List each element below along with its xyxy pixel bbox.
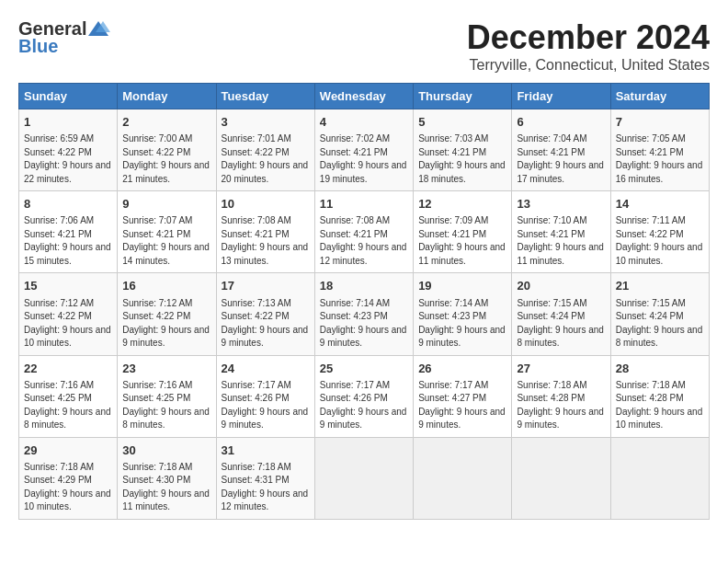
day-info: Sunrise: 7:14 AMSunset: 4:23 PMDaylight:… [320, 297, 408, 350]
calendar-cell: 30Sunrise: 7:18 AMSunset: 4:30 PMDayligh… [118, 437, 216, 519]
day-number: 29 [24, 442, 112, 459]
page-header: General Blue December 2024 Terryville, C… [18, 18, 710, 74]
calendar-cell: 4Sunrise: 7:02 AMSunset: 4:21 PMDaylight… [314, 109, 413, 191]
calendar-cell: 1Sunrise: 6:59 AMSunset: 4:22 PMDaylight… [19, 109, 118, 191]
day-info: Sunrise: 7:18 AMSunset: 4:29 PMDaylight:… [24, 461, 112, 514]
calendar-week-2: 8Sunrise: 7:06 AMSunset: 4:21 PMDaylight… [19, 191, 710, 273]
calendar-cell: 7Sunrise: 7:05 AMSunset: 4:21 PMDaylight… [610, 109, 709, 191]
day-info: Sunrise: 7:13 AMSunset: 4:22 PMDaylight:… [222, 297, 310, 350]
day-info: Sunrise: 7:17 AMSunset: 4:26 PMDaylight:… [320, 379, 408, 432]
calendar-week-3: 15Sunrise: 7:12 AMSunset: 4:22 PMDayligh… [19, 273, 710, 355]
day-number: 25 [320, 361, 408, 377]
day-info: Sunrise: 7:16 AMSunset: 4:25 PMDaylight:… [24, 379, 112, 432]
weekday-header-wednesday: Wednesday [314, 84, 413, 109]
day-info: Sunrise: 7:17 AMSunset: 4:27 PMDaylight:… [418, 379, 506, 432]
day-info: Sunrise: 7:18 AMSunset: 4:28 PMDaylight:… [616, 379, 704, 432]
calendar-cell: 27Sunrise: 7:18 AMSunset: 4:28 PMDayligh… [512, 355, 610, 437]
day-number: 18 [320, 278, 408, 294]
day-info: Sunrise: 7:09 AMSunset: 4:21 PMDaylight:… [418, 214, 506, 268]
calendar-week-5: 29Sunrise: 7:18 AMSunset: 4:29 PMDayligh… [19, 437, 710, 519]
day-info: Sunrise: 7:18 AMSunset: 4:28 PMDaylight:… [517, 379, 605, 432]
calendar-week-4: 22Sunrise: 7:16 AMSunset: 4:25 PMDayligh… [19, 355, 710, 437]
calendar-cell: 6Sunrise: 7:04 AMSunset: 4:21 PMDaylight… [512, 109, 610, 191]
day-number: 10 [222, 196, 310, 213]
day-number: 11 [320, 196, 408, 213]
day-info: Sunrise: 7:02 AMSunset: 4:21 PMDaylight:… [320, 132, 408, 186]
weekday-header-monday: Monday [118, 84, 216, 109]
day-info: Sunrise: 7:12 AMSunset: 4:22 PMDaylight:… [122, 297, 210, 350]
day-info: Sunrise: 7:03 AMSunset: 4:21 PMDaylight:… [418, 132, 506, 186]
day-number: 19 [418, 278, 506, 294]
calendar-cell: 2Sunrise: 7:00 AMSunset: 4:22 PMDaylight… [118, 109, 216, 191]
logo: General Blue [18, 18, 110, 57]
calendar-cell: 9Sunrise: 7:07 AMSunset: 4:21 PMDaylight… [118, 191, 216, 273]
calendar-cell: 5Sunrise: 7:03 AMSunset: 4:21 PMDaylight… [414, 109, 512, 191]
logo-icon [86, 19, 110, 40]
day-number: 9 [122, 196, 210, 213]
day-number: 26 [418, 361, 506, 377]
calendar-cell: 19Sunrise: 7:14 AMSunset: 4:23 PMDayligh… [414, 273, 512, 355]
calendar-table: SundayMondayTuesdayWednesdayThursdayFrid… [18, 83, 710, 520]
day-number: 14 [616, 196, 704, 213]
day-number: 1 [24, 114, 112, 131]
calendar-cell: 23Sunrise: 7:16 AMSunset: 4:25 PMDayligh… [118, 355, 216, 437]
day-info: Sunrise: 7:18 AMSunset: 4:31 PMDaylight:… [222, 461, 310, 514]
day-info: Sunrise: 7:15 AMSunset: 4:24 PMDaylight:… [517, 297, 605, 350]
calendar-cell: 15Sunrise: 7:12 AMSunset: 4:22 PMDayligh… [19, 273, 118, 355]
calendar-cell: 24Sunrise: 7:17 AMSunset: 4:26 PMDayligh… [216, 355, 314, 437]
day-info: Sunrise: 7:17 AMSunset: 4:26 PMDaylight:… [222, 379, 310, 432]
day-number: 23 [122, 361, 210, 377]
weekday-header-saturday: Saturday [610, 84, 709, 109]
calendar-cell: 17Sunrise: 7:13 AMSunset: 4:22 PMDayligh… [216, 273, 314, 355]
calendar-cell: 11Sunrise: 7:08 AMSunset: 4:21 PMDayligh… [314, 191, 413, 273]
day-info: Sunrise: 7:18 AMSunset: 4:30 PMDaylight:… [122, 461, 210, 514]
day-info: Sunrise: 7:10 AMSunset: 4:21 PMDaylight:… [517, 214, 605, 268]
calendar-cell [414, 437, 512, 519]
calendar-cell [610, 437, 709, 519]
day-number: 31 [222, 442, 310, 459]
day-info: Sunrise: 7:16 AMSunset: 4:25 PMDaylight:… [122, 379, 210, 432]
calendar-cell [512, 437, 610, 519]
day-number: 28 [616, 361, 704, 377]
day-number: 15 [24, 278, 112, 294]
day-number: 17 [222, 278, 310, 294]
day-info: Sunrise: 7:06 AMSunset: 4:21 PMDaylight:… [24, 214, 112, 268]
calendar-cell: 26Sunrise: 7:17 AMSunset: 4:27 PMDayligh… [414, 355, 512, 437]
calendar-cell: 13Sunrise: 7:10 AMSunset: 4:21 PMDayligh… [512, 191, 610, 273]
day-info: Sunrise: 7:01 AMSunset: 4:22 PMDaylight:… [222, 132, 310, 186]
day-info: Sunrise: 7:08 AMSunset: 4:21 PMDaylight:… [222, 214, 310, 268]
day-info: Sunrise: 7:04 AMSunset: 4:21 PMDaylight:… [517, 132, 605, 186]
location-title: Terryville, Connecticut, United States [467, 57, 710, 74]
calendar-cell: 8Sunrise: 7:06 AMSunset: 4:21 PMDaylight… [19, 191, 118, 273]
calendar-cell: 10Sunrise: 7:08 AMSunset: 4:21 PMDayligh… [216, 191, 314, 273]
calendar-body: 1Sunrise: 6:59 AMSunset: 4:22 PMDaylight… [19, 109, 710, 520]
day-number: 5 [418, 114, 506, 131]
weekday-header-sunday: Sunday [19, 84, 118, 109]
weekday-header-tuesday: Tuesday [216, 84, 314, 109]
day-info: Sunrise: 7:07 AMSunset: 4:21 PMDaylight:… [122, 214, 210, 268]
calendar-cell: 16Sunrise: 7:12 AMSunset: 4:22 PMDayligh… [118, 273, 216, 355]
day-info: Sunrise: 7:11 AMSunset: 4:22 PMDaylight:… [616, 214, 704, 268]
day-info: Sunrise: 7:12 AMSunset: 4:22 PMDaylight:… [24, 297, 112, 350]
day-number: 13 [517, 196, 605, 213]
weekday-header-thursday: Thursday [414, 84, 512, 109]
day-number: 3 [222, 114, 310, 131]
day-number: 4 [320, 114, 408, 131]
day-number: 20 [517, 278, 605, 294]
calendar-cell: 20Sunrise: 7:15 AMSunset: 4:24 PMDayligh… [512, 273, 610, 355]
calendar-cell: 29Sunrise: 7:18 AMSunset: 4:29 PMDayligh… [19, 437, 118, 519]
calendar-cell: 14Sunrise: 7:11 AMSunset: 4:22 PMDayligh… [610, 191, 709, 273]
calendar-week-1: 1Sunrise: 6:59 AMSunset: 4:22 PMDaylight… [19, 109, 710, 191]
calendar-cell: 18Sunrise: 7:14 AMSunset: 4:23 PMDayligh… [314, 273, 413, 355]
title-section: December 2024 Terryville, Connecticut, U… [467, 18, 710, 74]
day-number: 22 [24, 361, 112, 377]
day-number: 21 [616, 278, 704, 294]
day-number: 27 [517, 361, 605, 377]
logo-blue-text: Blue [18, 36, 58, 57]
calendar-cell: 12Sunrise: 7:09 AMSunset: 4:21 PMDayligh… [414, 191, 512, 273]
calendar-cell [314, 437, 413, 519]
day-info: Sunrise: 7:05 AMSunset: 4:21 PMDaylight:… [616, 132, 704, 186]
day-number: 7 [616, 114, 704, 131]
calendar-header: SundayMondayTuesdayWednesdayThursdayFrid… [19, 84, 710, 109]
day-number: 2 [122, 114, 210, 131]
